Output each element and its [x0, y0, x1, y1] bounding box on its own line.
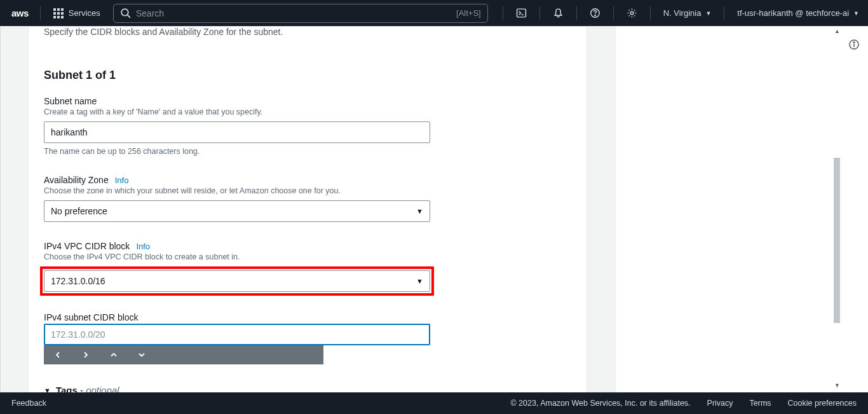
grid-icon	[53, 8, 64, 18]
vpc-cidr-help: Choose the IPv4 VPC CIDR block to create…	[44, 252, 571, 261]
subnet-name-note: The name can be up to 256 characters lon…	[44, 147, 571, 156]
nav-separator	[576, 6, 577, 20]
region-label: N. Virginia	[663, 8, 702, 18]
az-value: No preference	[51, 206, 107, 216]
search-container: [Alt+S]	[113, 4, 488, 23]
subnet-name-help: Create a tag with a key of 'Name' and a …	[44, 107, 571, 116]
cloudshell-icon	[516, 8, 527, 18]
top-nav: aws Services [Alt+S] N.	[0, 0, 868, 26]
left-gutter	[0, 26, 28, 392]
caret-down-icon: ▼	[416, 277, 423, 285]
region-selector[interactable]: N. Virginia ▼	[654, 8, 721, 18]
caret-down-icon: ▼	[853, 10, 859, 17]
cidr-stepper-bar	[44, 345, 323, 364]
help-button[interactable]	[581, 0, 609, 26]
vpc-cidr-label: IPv4 VPC CIDR block	[44, 241, 130, 251]
nav-separator	[650, 6, 651, 20]
scrollbar-thumb[interactable]	[834, 158, 840, 323]
bell-icon	[553, 8, 564, 18]
subnet-name-input[interactable]	[44, 121, 430, 143]
cloudshell-button[interactable]	[507, 0, 536, 26]
tags-label-prefix: Tags	[56, 385, 78, 392]
az-select[interactable]: No preference ▼	[44, 200, 430, 222]
section-title: Subnet 1 of 1	[29, 55, 587, 92]
cidr-prev-button[interactable]	[44, 345, 72, 364]
subnet-cidr-label: IPv4 subnet CIDR block	[44, 312, 139, 322]
field-availability-zone: Availability Zone Info Choose the zone i…	[29, 171, 587, 228]
subnet-name-label: Subnet name	[44, 96, 97, 106]
info-rail	[840, 26, 868, 57]
svg-point-6	[630, 11, 634, 15]
svg-line-1	[127, 15, 130, 18]
field-vpc-cidr: IPv4 VPC CIDR block Info Choose the IPv4…	[29, 237, 587, 302]
vpc-cidr-select[interactable]: 172.31.0.0/16 ▼	[44, 270, 430, 292]
chevron-left-icon	[54, 351, 62, 359]
search-box[interactable]: [Alt+S]	[113, 4, 488, 23]
search-shortcut: [Alt+S]	[456, 8, 481, 18]
svg-point-0	[121, 9, 128, 16]
nav-separator	[503, 6, 503, 20]
az-help: Choose the zone in which your subnet wil…	[44, 186, 571, 195]
help-icon	[590, 8, 600, 18]
intro-text: Specify the CIDR blocks and Availability…	[29, 27, 587, 55]
az-label: Availability Zone	[44, 175, 109, 185]
privacy-link[interactable]: Privacy	[707, 399, 733, 408]
search-input[interactable]	[136, 8, 456, 18]
aws-logo[interactable]: aws	[0, 8, 36, 18]
tags-label-dash: -	[78, 385, 86, 392]
field-subnet-cidr: IPv4 subnet CIDR block	[29, 308, 587, 371]
vpc-cidr-value: 172.31.0.0/16	[51, 276, 105, 286]
subnet-cidr-input[interactable]	[44, 324, 430, 345]
services-label: Services	[69, 8, 100, 18]
caret-down-icon: ▼	[44, 387, 51, 393]
subnet-form-card: Specify the CIDR blocks and Availability…	[28, 26, 587, 392]
cidr-up-button[interactable]	[100, 345, 128, 364]
vpc-cidr-info-link[interactable]: Info	[136, 242, 150, 251]
footer: Feedback © 2023, Amazon Web Services, In…	[0, 392, 868, 414]
caret-down-icon: ▼	[416, 207, 423, 215]
az-info-link[interactable]: Info	[115, 176, 129, 185]
tags-section-header[interactable]: ▼ Tags - optional	[29, 371, 587, 392]
notifications-button[interactable]	[544, 0, 573, 26]
nav-separator	[724, 6, 724, 20]
search-icon	[120, 8, 131, 18]
copyright-text: © 2023, Amazon Web Services, Inc. or its…	[510, 399, 690, 408]
feedback-link[interactable]: Feedback	[11, 399, 46, 408]
field-subnet-name: Subnet name Create a tag with a key of '…	[29, 92, 587, 162]
info-icon[interactable]	[848, 39, 860, 50]
svg-point-5	[595, 15, 595, 15]
scroll-down-arrow[interactable]: ▼	[834, 382, 840, 389]
scroll-up-arrow[interactable]: ▲	[834, 28, 840, 34]
terms-link[interactable]: Terms	[750, 399, 771, 408]
gear-icon	[627, 8, 637, 18]
nav-separator	[613, 6, 614, 20]
chevron-right-icon	[82, 351, 90, 359]
services-menu[interactable]: Services	[44, 8, 109, 18]
cookie-link[interactable]: Cookie preferences	[788, 399, 857, 408]
nav-right: N. Virginia ▼ tf-usr-harikanth @ techfor…	[499, 0, 868, 26]
svg-point-8	[853, 42, 855, 43]
vpc-cidr-highlight: 172.31.0.0/16 ▼	[40, 266, 434, 296]
chevron-up-icon	[110, 351, 118, 359]
account-label: tf-usr-harikanth @ techforce-ai	[737, 8, 849, 18]
tags-label-suffix: optional	[86, 385, 119, 392]
nav-separator	[539, 6, 540, 20]
help-panel	[615, 26, 868, 392]
viewport: Specify the CIDR blocks and Availability…	[0, 26, 868, 392]
nav-separator	[40, 6, 41, 20]
caret-down-icon: ▼	[705, 10, 711, 17]
content-area: Specify the CIDR blocks and Availability…	[28, 26, 615, 392]
cidr-down-button[interactable]	[128, 345, 156, 364]
cidr-next-button[interactable]	[72, 345, 100, 364]
account-selector[interactable]: tf-usr-harikanth @ techforce-ai ▼	[728, 8, 868, 18]
svg-rect-2	[517, 9, 526, 17]
settings-button[interactable]	[618, 0, 646, 26]
chevron-down-icon	[138, 351, 146, 359]
